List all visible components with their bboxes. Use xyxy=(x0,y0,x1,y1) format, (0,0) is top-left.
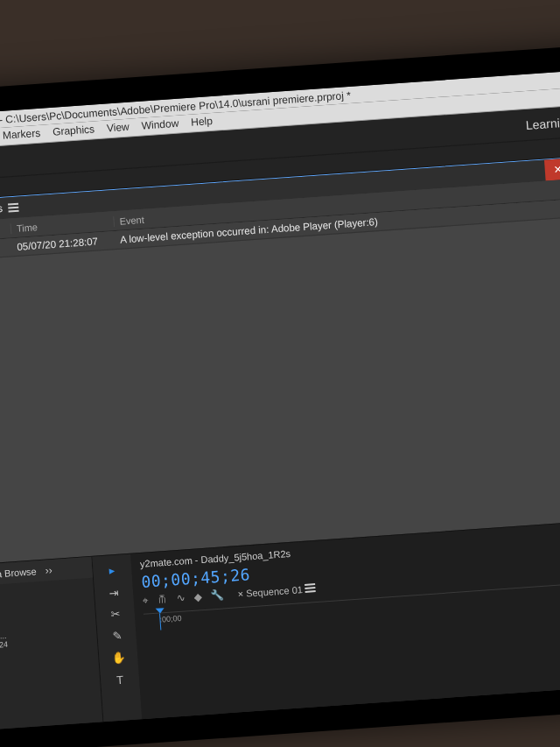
magnet-icon[interactable]: ⫚ xyxy=(157,593,168,606)
col-time[interactable]: Time xyxy=(10,216,115,234)
menu-item-help[interactable]: Help xyxy=(191,115,214,129)
link-icon[interactable]: ∿ xyxy=(176,591,186,604)
type-tool-icon[interactable]: T xyxy=(116,673,124,687)
events-body: 05/07/20 21:28:07 A low-level exception … xyxy=(0,199,560,566)
hamburger-icon xyxy=(304,583,316,593)
wrench-icon[interactable]: 🔧 xyxy=(210,588,224,602)
events-title: Events xyxy=(0,202,3,217)
list-item[interactable]: y2mate.c... 2:38:15624 xyxy=(0,623,92,657)
close-button[interactable]: ✕ xyxy=(544,159,560,181)
monitor-bezel: be Premiere Pro 2020 - C:\Users\Pc\Docum… xyxy=(0,39,560,747)
chevron-right-icon[interactable]: ›› xyxy=(45,564,52,577)
workspace-learning[interactable]: Learning xyxy=(525,115,560,132)
screen: be Premiere Pro 2020 - C:\Users\Pc\Docum… xyxy=(0,65,560,734)
selection-tool-icon[interactable]: ▸ xyxy=(108,564,116,577)
ruler-tick: :00;00 xyxy=(159,614,182,624)
menu-item-markers[interactable]: Markers xyxy=(2,127,40,142)
menu-item-graphics[interactable]: Graphics xyxy=(52,123,95,137)
close-icon: ✕ xyxy=(553,163,560,176)
tab-media-browser[interactable]: Media Browse xyxy=(0,566,37,581)
track-select-tool-icon[interactable]: ⇥ xyxy=(108,586,119,600)
project-panel: emiere Media Browse ›› iere.prproj 1.00 xyxy=(0,557,104,734)
clip-duration: 2:38:15624 xyxy=(0,640,8,652)
events-panel: Events ✕ Type Time Event 05/07/20 21:28:… xyxy=(0,157,560,567)
sequence-dropdown[interactable]: Sequence 01 xyxy=(246,584,304,598)
event-time: 05/07/20 21:28:07 xyxy=(11,235,116,252)
razor-tool-icon[interactable]: ✎ xyxy=(112,630,122,644)
snap-icon[interactable]: ⌖ xyxy=(142,594,149,606)
hamburger-icon[interactable] xyxy=(8,203,19,213)
hand-tool-icon[interactable]: ✋ xyxy=(111,651,126,665)
menu-item-window[interactable]: Window xyxy=(141,117,179,132)
timeline-snap-icons: ⌖ ⫚ ∿ ◆ 🔧 xyxy=(142,588,224,606)
timeline-panel: y2mate.com - Daddy_5j5hoa_1R2s 00;00;45;… xyxy=(130,518,560,719)
marker-icon[interactable]: ◆ xyxy=(193,590,202,603)
menu-item-view[interactable]: View xyxy=(107,121,130,135)
col-type[interactable]: Type xyxy=(0,223,10,236)
ripple-edit-tool-icon[interactable]: ✂ xyxy=(110,608,121,622)
